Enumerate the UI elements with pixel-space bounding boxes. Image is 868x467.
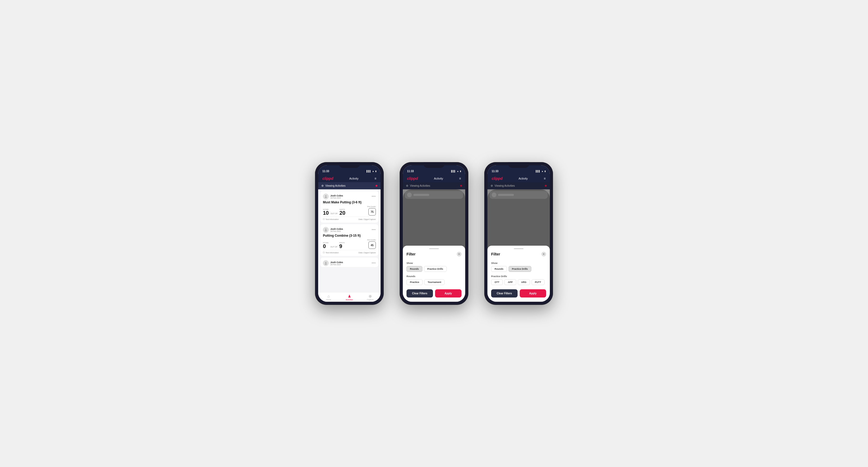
drills-filter-buttons-3: OTT APP ARG PUTT: [491, 279, 546, 285]
avatar-3: [323, 260, 329, 266]
apply-btn-3[interactable]: Apply: [520, 289, 546, 298]
card-stats-1: Score 10 OUT OF Shots 20 Shot Quality 75: [323, 206, 376, 216]
nav-title-3: Activity: [519, 177, 528, 180]
shots-group-1: Shots 20: [340, 209, 345, 216]
tournament-btn-2[interactable]: Tournament: [424, 279, 444, 285]
rounds-btn-2[interactable]: Rounds: [406, 266, 422, 272]
menu-icon-3[interactable]: ≡: [544, 177, 546, 180]
phone-2-inner: 11:33 ▌▌▌ ▲ ▮ clippd Activity ≡ ⚙ Viewin…: [403, 165, 465, 302]
practice-drills-btn-2[interactable]: Practice Drills: [424, 266, 447, 272]
svg-point-4: [325, 262, 327, 263]
card-title-1: Must Make Putting (3-6 ft): [323, 200, 376, 204]
activity-card-1[interactable]: Josh Coles 28 Feb 2023 ••• Must Make Put…: [320, 191, 378, 223]
home-label-1: Home: [326, 299, 331, 301]
phone-notch-1: [339, 162, 360, 168]
tab-capture-1[interactable]: ⊕ Capture: [360, 294, 380, 301]
footer-info-1: ⓘ Test Information: [323, 218, 339, 221]
shots-group-2: Shots 9: [339, 242, 345, 249]
viewing-bar-bg-2: ⚙ Viewing Activities: [403, 182, 465, 189]
nav-title-1: Activity: [349, 177, 359, 180]
sheet-header-3: Filter ✕: [491, 252, 546, 259]
sq-badge-2: 45: [368, 242, 376, 249]
user-name-1: Josh Coles: [330, 194, 372, 197]
user-date-2: 28 Feb 2023: [330, 230, 372, 232]
close-button-2[interactable]: ✕: [457, 252, 462, 256]
status-time-3: 11:33: [492, 170, 499, 173]
close-button-3[interactable]: ✕: [541, 252, 546, 256]
user-name-3: Josh Coles: [330, 261, 372, 263]
home-icon-1: ⌂: [328, 294, 330, 298]
practice-drills-btn-3[interactable]: Practice Drills: [508, 266, 531, 272]
status-icons-2: ▌▌▌ ▲ ▮: [451, 170, 461, 173]
shots-value-2: 9: [339, 244, 345, 249]
show-filter-buttons-3: Rounds Practice Drills: [491, 266, 546, 272]
filter-sheet-3: Filter ✕ Show Rounds Practice Drills Pra…: [488, 246, 550, 302]
filter-title-2: Filter: [406, 252, 415, 256]
sheet-handle-3: [514, 248, 523, 249]
activity-card-3: Josh Coles 28 Feb 2023 •••: [320, 257, 378, 267]
card-title-2: Putting Combine (3-15 ft): [323, 234, 376, 238]
more-dots-1[interactable]: •••: [372, 195, 376, 198]
clear-filters-btn-3[interactable]: Clear Filters: [491, 289, 518, 298]
arg-btn-3[interactable]: ARG: [518, 279, 530, 285]
sq-label-2: Shot Quality: [367, 239, 376, 241]
phone-notch-3: [508, 162, 529, 168]
shot-quality-wrapper-1: Shot Quality 75: [367, 206, 376, 216]
menu-icon-2[interactable]: ≡: [459, 177, 461, 180]
viewing-dot-1: [376, 185, 377, 187]
viewing-dot-bg-2: [460, 185, 462, 187]
clear-filters-btn-2[interactable]: Clear Filters: [406, 289, 433, 298]
user-date-3: 28 Feb 2023: [330, 263, 372, 266]
practice-type-btn-2[interactable]: Practice: [406, 279, 423, 285]
battery-icon-1: ▮: [375, 170, 376, 173]
rounds-filter-buttons-2: Practice Tournament: [406, 279, 462, 285]
nav-bar-3: clippd Activity ≡: [488, 175, 550, 182]
info-icon-2: ⓘ: [323, 251, 325, 254]
more-dots-3[interactable]: •••: [372, 261, 376, 265]
phone-3-inner: 11:33 ▌▌▌ ▲ ▮ clippd Activity ≡ ⚙ Viewin…: [488, 165, 550, 302]
filter-sheet-2: Filter ✕ Show Rounds Practice Drills Rou…: [403, 246, 465, 302]
status-icons-3: ▌▌▌ ▲ ▮: [536, 170, 546, 173]
filter-overlay-2: Filter ✕ Show Rounds Practice Drills Rou…: [403, 189, 465, 302]
capture-icon-1: ⊕: [369, 294, 372, 298]
sheet-header-2: Filter ✕: [406, 252, 462, 259]
rounds-btn-3[interactable]: Rounds: [491, 266, 507, 272]
practice-drills-section-label-3: Practice Drills: [491, 275, 546, 278]
viewing-dot-bg-3: [545, 185, 547, 187]
viewing-bar-1[interactable]: ⚙ Viewing Activities: [318, 182, 380, 189]
app-btn-3[interactable]: APP: [504, 279, 516, 285]
svg-point-3: [325, 230, 327, 231]
show-label-2: Show: [406, 262, 462, 264]
more-dots-2[interactable]: •••: [372, 228, 376, 232]
tab-home-1[interactable]: ⌂ Home: [318, 294, 339, 301]
wifi-icon-1: ▲: [372, 170, 374, 173]
nav-bar-1: clippd Activity ≡: [318, 175, 380, 182]
ott-btn-3[interactable]: OTT: [491, 279, 503, 285]
activity-card-2[interactable]: Josh Coles 28 Feb 2023 ••• Putting Combi…: [320, 224, 378, 256]
footer-data-2: Data: Clippd Capture: [359, 252, 376, 254]
phone-2: 11:33 ▌▌▌ ▲ ▮ clippd Activity ≡ ⚙ Viewin…: [400, 162, 468, 305]
activities-icon-1: ♟: [348, 294, 351, 298]
viewing-text-1: Viewing Activities: [325, 184, 346, 187]
score-value-2: 0: [323, 244, 329, 249]
menu-icon-1[interactable]: ≡: [374, 177, 376, 180]
user-date-1: 28 Feb 2023: [330, 197, 372, 199]
signal-icon-1: ▌▌▌: [367, 170, 371, 173]
tab-activities-1[interactable]: ♟ Activities: [339, 294, 360, 301]
bg-content-3: Filter ✕ Show Rounds Practice Drills Pra…: [488, 189, 550, 302]
sq-badge-1: 75: [368, 208, 376, 216]
apply-btn-2[interactable]: Apply: [435, 289, 462, 298]
battery-icon-3: ▮: [545, 170, 546, 173]
card-header-3: Josh Coles 28 Feb 2023 •••: [323, 260, 376, 266]
phone-notch-2: [424, 162, 444, 168]
sheet-footer-3: Clear Filters Apply: [491, 289, 546, 298]
info-icon-1: ⓘ: [323, 218, 325, 221]
footer-data-1: Data: Clippd Capture: [359, 218, 376, 220]
avatar-1: [323, 193, 329, 199]
shots-value-1: 20: [340, 210, 345, 216]
putt-btn-3[interactable]: PUTT: [532, 279, 545, 285]
phone-3: 11:33 ▌▌▌ ▲ ▮ clippd Activity ≡ ⚙ Viewin…: [484, 162, 553, 305]
card-stats-2: Score 0 OUT OF Shots 9 Shot Quality 45: [323, 239, 376, 249]
score-value-1: 10: [323, 210, 329, 216]
shot-quality-wrapper-2: Shot Quality 45: [367, 239, 376, 249]
